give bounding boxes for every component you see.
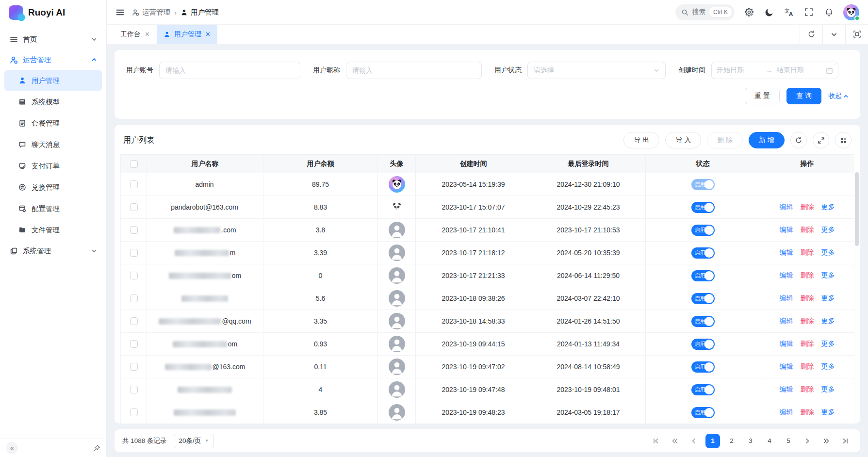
delete-link[interactable]: 删除	[801, 362, 814, 371]
add-button[interactable]: 新 增	[749, 132, 785, 148]
previous-page-button[interactable]	[687, 434, 701, 448]
more-link[interactable]: 更多	[821, 340, 835, 348]
delete-link[interactable]: 删除	[801, 385, 814, 394]
nickname-input[interactable]	[346, 62, 482, 79]
breadcrumb-operations[interactable]: 运营管理	[132, 8, 170, 17]
next-page-button[interactable]	[800, 434, 815, 448]
row-checkbox[interactable]	[130, 340, 138, 348]
row-checkbox[interactable]	[130, 249, 138, 257]
row-checkbox[interactable]	[130, 363, 138, 371]
row-checkbox[interactable]	[130, 386, 138, 393]
delete-link[interactable]: 删除	[801, 271, 814, 280]
hamburger-menu-icon[interactable]	[115, 7, 125, 17]
page-1-button[interactable]: 1	[705, 434, 720, 448]
first-page-button[interactable]	[649, 434, 663, 448]
sidebar-item-chat-messages[interactable]: 聊天消息	[4, 134, 102, 155]
row-checkbox[interactable]	[130, 408, 138, 416]
sidebar-item-exchange-management[interactable]: 兑换管理	[4, 177, 102, 198]
moon-dark-mode-icon[interactable]	[764, 7, 774, 17]
status-toggle[interactable]: 启用	[691, 179, 715, 190]
user-avatar[interactable]	[843, 4, 859, 20]
page-2-button[interactable]: 2	[724, 434, 739, 448]
tab-workbench[interactable]: 工作台 ✕	[114, 25, 157, 44]
status-toggle[interactable]: 启用	[691, 202, 715, 213]
more-link[interactable]: 更多	[821, 294, 835, 303]
delete-link[interactable]: 删除	[801, 408, 814, 417]
breadcrumb-user-management[interactable]: 用户管理	[180, 8, 219, 17]
reset-button[interactable]: 重 置	[745, 88, 780, 104]
scrollbar-thumb[interactable]	[855, 172, 859, 246]
sidebar-item-config-management[interactable]: 配置管理	[4, 198, 102, 219]
edit-link[interactable]: 编辑	[780, 362, 793, 371]
sidebar-item-package-management[interactable]: 套餐管理	[4, 113, 102, 134]
refresh-page-icon[interactable]	[800, 25, 822, 44]
edit-link[interactable]: 编辑	[780, 408, 793, 417]
delete-link[interactable]: 删除	[801, 317, 814, 326]
edit-link[interactable]: 编辑	[780, 385, 793, 394]
tab-user-management[interactable]: 用户管理 ✕	[157, 25, 217, 44]
gear-icon[interactable]	[744, 7, 754, 17]
global-search[interactable]: 搜索 Ctrl K	[675, 4, 735, 20]
select-all-checkbox[interactable]	[130, 160, 138, 168]
page-4-button[interactable]: 4	[762, 434, 777, 448]
more-link[interactable]: 更多	[821, 271, 835, 280]
more-link[interactable]: 更多	[821, 317, 835, 326]
more-link[interactable]: 更多	[821, 248, 835, 257]
close-icon[interactable]: ✕	[205, 31, 211, 38]
sidebar-collapse-button[interactable]: «	[6, 442, 18, 454]
search-button[interactable]: 查 询	[786, 88, 821, 104]
edit-link[interactable]: 编辑	[780, 340, 793, 348]
delete-link[interactable]: 删除	[801, 203, 814, 212]
account-input[interactable]	[159, 62, 300, 79]
sidebar-item-payment-orders[interactable]: 支付订单	[4, 155, 102, 177]
chevron-down-icon[interactable]	[822, 25, 845, 44]
page-5-button[interactable]: 5	[781, 434, 796, 448]
column-settings-icon[interactable]	[835, 132, 852, 148]
bell-notifications-icon[interactable]	[823, 7, 834, 17]
status-toggle[interactable]: 启用	[691, 225, 715, 236]
date-range-picker[interactable]: 开始日期 → 结束日期	[711, 62, 838, 79]
status-toggle[interactable]: 启用	[691, 384, 715, 395]
sidebar-item-system-management[interactable]: 系统管理	[4, 241, 102, 261]
delete-link[interactable]: 删除	[801, 340, 814, 348]
delete-link[interactable]: 删除	[801, 248, 814, 257]
edit-link[interactable]: 编辑	[780, 248, 793, 257]
forward-five-pages-button[interactable]	[819, 434, 834, 448]
status-toggle[interactable]: 启用	[691, 270, 715, 281]
row-checkbox[interactable]	[130, 203, 138, 211]
row-checkbox[interactable]	[130, 180, 138, 188]
status-toggle[interactable]: 启用	[691, 339, 715, 350]
status-toggle[interactable]: 启用	[691, 361, 715, 373]
sidebar-item-system-model[interactable]: 系统模型	[4, 91, 102, 113]
status-toggle[interactable]: 启用	[691, 247, 715, 259]
more-link[interactable]: 更多	[821, 362, 835, 371]
pin-icon[interactable]	[93, 444, 100, 452]
sidebar-item-operations[interactable]: 运营管理	[4, 49, 102, 70]
more-link[interactable]: 更多	[821, 408, 835, 417]
status-toggle[interactable]: 启用	[691, 293, 715, 304]
row-checkbox[interactable]	[130, 317, 138, 325]
delete-link[interactable]: 删除	[801, 226, 814, 234]
edit-link[interactable]: 编辑	[780, 317, 793, 326]
content-fullscreen-icon[interactable]	[845, 25, 868, 44]
back-five-pages-button[interactable]	[668, 434, 682, 448]
refresh-table-icon[interactable]	[790, 132, 807, 148]
import-button[interactable]: 导 入	[665, 132, 701, 148]
page-size-select[interactable]: 20条/页 ▼	[174, 434, 214, 448]
last-page-button[interactable]	[838, 434, 852, 448]
delete-button[interactable]: 删 除	[707, 132, 743, 148]
status-toggle[interactable]: 启用	[691, 407, 715, 418]
close-icon[interactable]: ✕	[145, 31, 150, 38]
edit-link[interactable]: 编辑	[780, 203, 793, 212]
sidebar-item-home[interactable]: 首页	[4, 29, 102, 49]
status-select[interactable]: 请选择	[527, 62, 666, 79]
row-checkbox[interactable]	[130, 272, 138, 279]
edit-link[interactable]: 编辑	[780, 226, 793, 234]
collapse-filters-link[interactable]: 收起	[828, 92, 849, 100]
export-button[interactable]: 导 出	[623, 132, 659, 148]
row-checkbox[interactable]	[130, 226, 138, 234]
more-link[interactable]: 更多	[821, 385, 835, 394]
edit-link[interactable]: 编辑	[780, 294, 793, 303]
more-link[interactable]: 更多	[821, 203, 835, 212]
status-toggle[interactable]: 启用	[691, 316, 715, 327]
